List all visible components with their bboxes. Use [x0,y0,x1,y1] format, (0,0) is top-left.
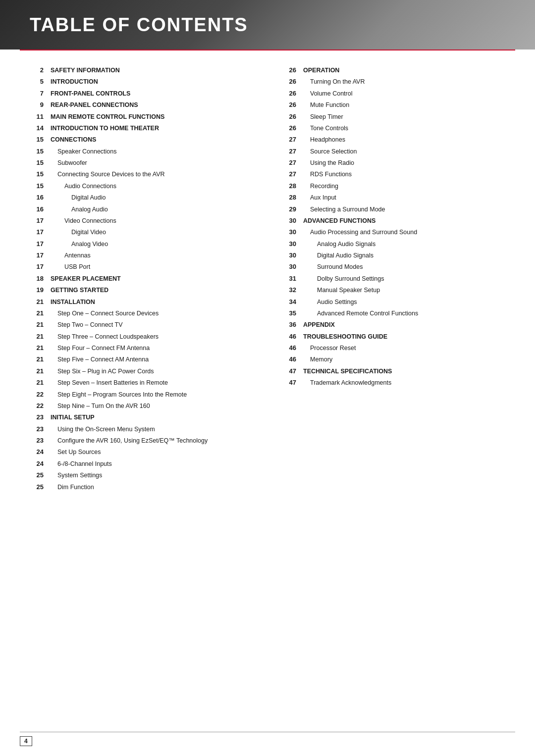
toc-entry: 28Aux Input [282,193,505,202]
toc-page-number: 18 [30,274,44,284]
toc-page-number: 30 [282,251,296,260]
toc-entry-label: ADVANCED FUNCTIONS [303,216,375,226]
toc-entry: 26Tone Controls [282,123,505,133]
toc-entry-label: Sleep Timer [303,112,343,122]
page-title: TABLE OF CONTENTS [30,14,248,36]
toc-entry-label: Set Up Sources [51,448,101,457]
toc-entry-label: Audio Settings [303,298,357,307]
toc-entry-label: Subwoofer [51,158,87,168]
toc-entry-label: Digital Video [51,228,106,237]
toc-entry-label: INTRODUCTION TO HOME THEATER [51,124,159,133]
toc-page-number: 7 [30,89,44,99]
toc-entry: 15Speaker Connections [30,147,253,156]
toc-page-number: 17 [30,262,44,272]
toc-entry: 21Step Four – Connect FM Antenna [30,343,253,353]
toc-entry: 21Step Two – Connect TV [30,320,253,330]
toc-page-number: 25 [30,482,44,492]
toc-entry: 27RDS Functions [282,169,505,179]
toc-entry-label: Turning On the AVR [303,77,365,87]
toc-entry-label: SPEAKER PLACEMENT [51,274,121,284]
toc-entry: 16Analog Audio [30,204,253,214]
toc-entry: 17USB Port [30,262,253,272]
toc-entry-label: SAFETY INFORMATION [51,66,120,75]
toc-entry: 23INITIAL SETUP [30,412,253,422]
toc-entry: 47TECHNICAL SPECIFICATIONS [282,366,505,376]
toc-page-number: 2 [30,65,44,75]
toc-entry-label: Step Four – Connect FM Antenna [51,344,150,353]
toc-page-number: 21 [30,343,44,353]
toc-entry: 17Analog Video [30,239,253,249]
toc-page-number: 28 [282,193,296,202]
toc-page-number: 27 [282,169,296,179]
toc-entry: 30Analog Audio Signals [282,239,505,249]
toc-entry: 46Processor Reset [282,343,505,353]
toc-entry-label: Using the On-Screen Menu System [51,425,155,434]
toc-entry: 17Antennas [30,251,253,260]
toc-entry-label: Dim Function [51,483,94,492]
toc-entry-label: Recording [303,182,338,191]
toc-entry: 17Digital Video [30,227,253,237]
toc-entry-label: Headphones [303,135,345,145]
toc-page-number: 30 [282,216,296,226]
toc-page-number: 30 [282,239,296,249]
toc-page-number: 21 [30,308,44,318]
toc-entry-label: Analog Audio Signals [303,240,375,249]
toc-page-number: 26 [282,89,296,99]
toc-page-number: 36 [282,320,296,330]
toc-page-number: 47 [282,378,296,388]
toc-entry: 32Manual Speaker Setup [282,285,505,295]
toc-entry-label: Source Selection [303,147,357,156]
toc-page-number: 22 [30,401,44,411]
toc-page-number: 21 [30,297,44,307]
toc-page-number: 26 [282,65,296,75]
toc-page-number: 24 [30,459,44,469]
toc-page-number: 15 [30,135,44,145]
toc-entry: 15CONNECTIONS [30,135,253,145]
toc-entry: 21Step Seven – Insert Batteries in Remot… [30,378,253,388]
toc-entry: 28Recording [282,181,505,191]
toc-page-number: 16 [30,204,44,214]
toc-entry-label: Digital Audio Signals [303,251,374,260]
toc-page-number: 19 [30,285,44,295]
toc-page-number: 27 [282,147,296,156]
toc-entry-label: Step Seven – Insert Batteries in Remote [51,378,168,388]
toc-page-number: 9 [30,100,44,110]
toc-entry: 27Headphones [282,135,505,145]
toc-entry: 30Surround Modes [282,262,505,272]
toc-entry: 15Audio Connections [30,181,253,191]
toc-entry: 22Step Nine – Turn On the AVR 160 [30,401,253,411]
toc-entry-label: APPENDIX [303,320,335,330]
toc-entry: 35Advanced Remote Control Functions [282,308,505,318]
toc-entry: 18SPEAKER PLACEMENT [30,274,253,284]
toc-page-number: 27 [282,158,296,168]
toc-entry-label: Video Connections [51,216,116,226]
toc-entry: 34Audio Settings [282,297,505,307]
toc-entry-label: Processor Reset [303,344,356,353]
toc-entry: 26Sleep Timer [282,112,505,122]
toc-entry-label: Step Three – Connect Loudspeakers [51,332,159,342]
toc-entry-label: Step One – Connect Source Devices [51,309,159,318]
toc-entry: 25System Settings [30,470,253,480]
toc-entry-label: Using the Radio [303,158,354,168]
toc-entry: 15Subwoofer [30,158,253,168]
toc-page-number: 21 [30,320,44,330]
toc-entry: 14INTRODUCTION TO HOME THEATER [30,123,253,133]
toc-entry-label: Analog Audio [51,205,108,214]
toc-entry-label: Step Eight – Program Sources Into the Re… [51,390,187,400]
toc-entry: 30ADVANCED FUNCTIONS [282,216,505,226]
toc-entry-label: GETTING STARTED [51,286,108,295]
toc-entry-label: Step Two – Connect TV [51,320,123,330]
toc-entry: 21Step One – Connect Source Devices [30,308,253,318]
left-column: 2SAFETY INFORMATION5INTRODUCTION7FRONT-P… [30,65,268,494]
toc-entry-label: Connecting Source Devices to the AVR [51,170,165,179]
toc-page-number: 11 [30,112,44,122]
toc-entry: 7FRONT-PANEL CONTROLS [30,89,253,99]
toc-entry-label: INTRODUCTION [51,77,98,87]
toc-page-number: 14 [30,123,44,133]
toc-entry-label: USB Port [51,262,90,272]
toc-entry-label: MAIN REMOTE CONTROL FUNCTIONS [51,112,164,122]
toc-page-number: 47 [282,366,296,376]
toc-entry: 2SAFETY INFORMATION [30,65,253,75]
toc-page-number: 46 [282,354,296,364]
toc-page-number: 23 [30,412,44,422]
